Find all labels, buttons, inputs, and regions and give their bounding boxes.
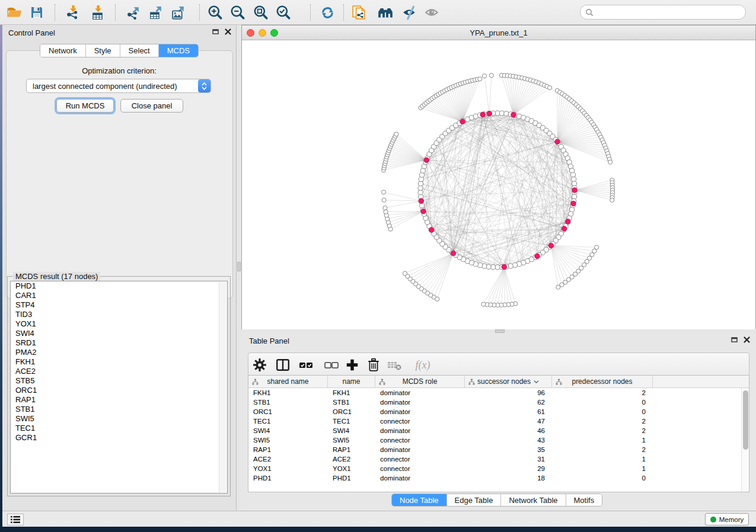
network-canvas[interactable]: [242, 40, 755, 329]
graph-leaf-node[interactable]: [403, 271, 407, 275]
search-input[interactable]: [596, 8, 741, 17]
table-row[interactable]: TEC1TEC1connector472: [248, 416, 749, 426]
function-builder-icon[interactable]: f(x): [412, 357, 433, 373]
table-row[interactable]: PHD1PHD1dominator180: [248, 473, 749, 483]
run-mcds-button[interactable]: Run MCDS: [56, 99, 114, 113]
search-field[interactable]: [580, 5, 746, 20]
scrollbar-thumb[interactable]: [743, 390, 748, 450]
mcds-node[interactable]: [571, 201, 576, 206]
close-panel-icon[interactable]: [225, 28, 231, 35]
table-row[interactable]: SWI4SWI4dominator462: [248, 426, 749, 435]
mcds-node[interactable]: [502, 264, 507, 270]
export-table-icon[interactable]: [146, 2, 166, 23]
mcds-node[interactable]: [424, 158, 429, 163]
tab-style[interactable]: Style: [86, 44, 120, 57]
mcds-node[interactable]: [419, 198, 424, 204]
table-row[interactable]: ORC1ORC1dominator610: [248, 407, 749, 416]
float-panel-icon[interactable]: [212, 28, 219, 35]
graph-node[interactable]: [572, 194, 576, 199]
graph-leaf-node[interactable]: [608, 160, 613, 164]
criterion-dropdown[interactable]: largest connected component (undirected): [26, 79, 211, 93]
column-header-name[interactable]: name: [328, 376, 375, 387]
float-panel-icon[interactable]: [731, 336, 738, 343]
export-image-icon[interactable]: [168, 2, 189, 23]
tab-edge-table[interactable]: Edge Table: [447, 494, 502, 506]
graph-node[interactable]: [508, 264, 513, 268]
show-columns-icon[interactable]: [275, 357, 291, 373]
graph-leaf-node[interactable]: [482, 74, 486, 78]
mcds-node[interactable]: [480, 112, 486, 117]
mcds-node[interactable]: [429, 227, 434, 233]
graph-leaf-node[interactable]: [383, 206, 387, 210]
mcds-node[interactable]: [421, 209, 426, 214]
table-row[interactable]: SWI5SWI5connector431: [248, 435, 749, 445]
save-session-icon[interactable]: [27, 2, 47, 23]
graph-leaf-node[interactable]: [548, 86, 552, 90]
splitter-grip[interactable]: [237, 262, 241, 271]
table-row[interactable]: ACE2ACE2connector311: [248, 454, 749, 464]
graph-node[interactable]: [486, 264, 491, 269]
delete-table-icon[interactable]: [387, 357, 402, 373]
add-column-icon[interactable]: [344, 357, 360, 373]
mcds-node[interactable]: [555, 139, 560, 145]
graph-node[interactable]: [419, 177, 423, 181]
close-panel-icon[interactable]: [744, 336, 750, 343]
mcds-node[interactable]: [566, 219, 571, 225]
graph-node[interactable]: [572, 177, 576, 181]
export-network-icon[interactable]: [123, 2, 143, 23]
task-history-button[interactable]: [7, 514, 24, 525]
mcds-node[interactable]: [562, 226, 567, 232]
select-all-checkboxes-icon[interactable]: [298, 357, 314, 373]
delete-column-icon[interactable]: [366, 357, 381, 373]
graph-node[interactable]: [491, 265, 496, 270]
graph-node[interactable]: [504, 111, 509, 116]
find-icon[interactable]: [375, 2, 395, 23]
table-options-gear-icon[interactable]: [252, 357, 267, 373]
mcds-node[interactable]: [451, 251, 456, 256]
graph-leaf-node[interactable]: [394, 132, 398, 136]
column-header-predecessor-nodes[interactable]: predecessor nodes: [552, 376, 653, 387]
mcds-node[interactable]: [511, 113, 516, 118]
graph-leaf-node[interactable]: [481, 302, 486, 306]
graph-leaf-node[interactable]: [489, 73, 493, 78]
mcds-node[interactable]: [487, 111, 492, 116]
table-row[interactable]: RAP1RAP1dominator352: [248, 445, 749, 454]
tab-select[interactable]: Select: [120, 44, 159, 57]
mcds-node[interactable]: [460, 119, 465, 124]
mcds-node[interactable]: [572, 188, 578, 193]
graph-leaf-node[interactable]: [381, 190, 385, 194]
graph-node[interactable]: [420, 203, 425, 208]
import-table-icon[interactable]: [87, 2, 107, 23]
graph-leaf-node[interactable]: [610, 198, 614, 202]
graph-leaf-node[interactable]: [384, 210, 388, 214]
zoom-in-icon[interactable]: [205, 2, 225, 23]
zoom-out-icon[interactable]: [228, 2, 248, 23]
deselect-all-checkboxes-icon[interactable]: [324, 357, 339, 373]
hide-selected-icon[interactable]: [400, 2, 420, 23]
memory-button[interactable]: Memory: [705, 513, 749, 525]
graph-node[interactable]: [499, 111, 504, 116]
column-header-MCDS-role[interactable]: MCDS role: [375, 376, 465, 387]
table-row[interactable]: FKH1FKH1dominator962: [248, 388, 749, 398]
tab-network[interactable]: Network: [40, 44, 86, 57]
table-row[interactable]: STB1STB1dominator620: [248, 398, 749, 407]
graph-node[interactable]: [570, 172, 575, 177]
tab-network-table[interactable]: Network Table: [501, 494, 566, 506]
table-row[interactable]: YOX1YOX1connector291: [248, 464, 749, 473]
table-scrollbar[interactable]: [741, 388, 749, 492]
column-header-successor-nodes[interactable]: successor nodes: [465, 376, 552, 387]
zoom-selected-icon[interactable]: [273, 2, 294, 23]
new-network-from-selection-icon[interactable]: [349, 2, 369, 23]
import-network-icon[interactable]: [62, 2, 82, 23]
vertical-splitter[interactable]: [237, 25, 241, 511]
refresh-layout-icon[interactable]: [317, 2, 337, 23]
zoom-fit-icon[interactable]: [251, 2, 271, 23]
show-all-icon[interactable]: [422, 2, 442, 23]
column-header-shared-name[interactable]: shared name: [248, 376, 328, 387]
network-window-titlebar[interactable]: YPA_prune.txt_1: [242, 25, 755, 40]
tab-node-table[interactable]: Node Table: [392, 494, 447, 506]
tab-motifs[interactable]: Motifs: [566, 494, 602, 506]
mcds-node[interactable]: [548, 243, 554, 248]
mcds-list-scrollbar[interactable]: [219, 282, 227, 492]
open-file-icon[interactable]: [5, 2, 25, 23]
